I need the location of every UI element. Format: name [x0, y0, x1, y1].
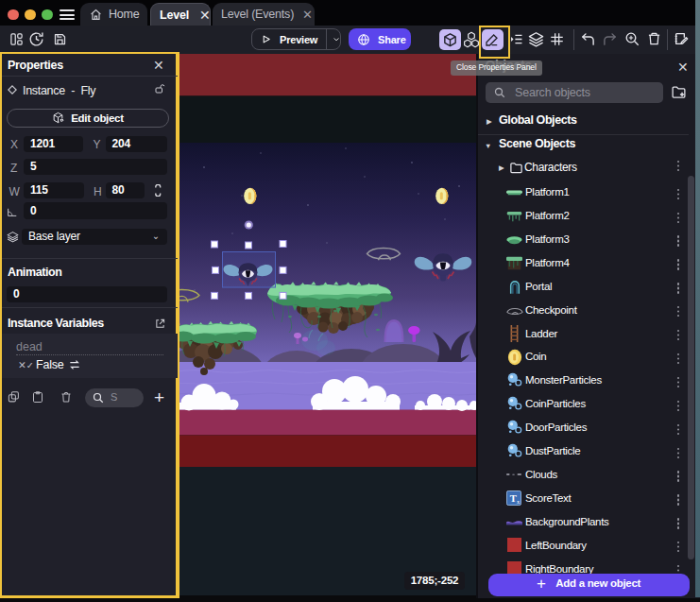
svg-text:T: T: [510, 493, 517, 504]
